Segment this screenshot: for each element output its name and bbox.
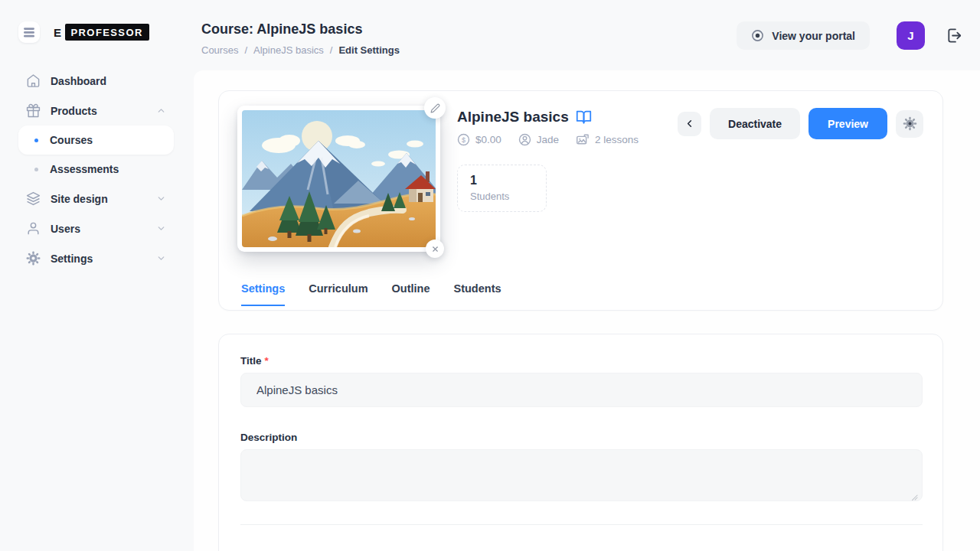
breadcrumb-separator: /: [330, 44, 333, 56]
logo-row: E PROFESSOR: [0, 0, 194, 43]
sidebar-item-products[interactable]: Products: [18, 96, 174, 126]
brand-logo: E PROFESSOR: [54, 24, 149, 41]
chevron-up-icon: [156, 106, 166, 116]
close-icon: [431, 245, 439, 253]
course-author-label: Jade: [537, 134, 559, 145]
back-button[interactable]: [678, 112, 701, 136]
sidebar-item-label: Settings: [51, 253, 93, 265]
sidebar-item-label: Assessments: [50, 163, 119, 175]
breadcrumb-course[interactable]: AlpineJS basics: [253, 44, 324, 56]
course-thumbnail: [237, 106, 440, 252]
course-settings-button[interactable]: [896, 110, 923, 138]
brand-prefix: E: [54, 26, 62, 39]
pencil-icon: [430, 103, 440, 113]
top-header: Course: AlpineJS basics Courses / Alpine…: [194, 0, 980, 70]
breadcrumb-separator: /: [244, 44, 247, 56]
course-price-label: $0.00: [475, 134, 501, 145]
sidebar-item-courses[interactable]: Courses: [18, 126, 174, 155]
gear-icon: [26, 251, 41, 266]
settings-form-card: Title * Description: [218, 334, 943, 551]
course-actions: Deactivate Preview: [678, 108, 923, 139]
course-lessons-label: 2 lessons: [595, 134, 639, 145]
sidebar-item-assessments[interactable]: Assessments: [18, 155, 174, 184]
tab-outline[interactable]: Outline: [392, 282, 430, 306]
chevron-left-icon: [684, 118, 695, 129]
sidebar-item-label: Products: [51, 105, 97, 117]
header-actions: View your portal J: [737, 21, 963, 50]
book-open-icon: [576, 109, 592, 126]
students-stat-box: 1 Students: [457, 165, 547, 212]
avatar[interactable]: J: [897, 21, 925, 50]
course-title: AlpineJS basics: [457, 109, 569, 126]
view-portal-button[interactable]: View your portal: [737, 21, 870, 50]
sidebar-item-label: Dashboard: [51, 75, 106, 87]
course-lessons: 2 lessons: [576, 133, 639, 146]
description-textarea-wrap: [240, 449, 923, 501]
students-count: 1: [470, 174, 534, 187]
remove-image-button[interactable]: [426, 240, 444, 258]
sidebar-item-settings[interactable]: Settings: [18, 243, 174, 273]
home-icon: [26, 73, 41, 88]
page-title: Course: AlpineJS basics: [201, 21, 400, 37]
eye-icon: [751, 29, 764, 42]
gear-button-icon: [903, 116, 917, 131]
tab-curriculum[interactable]: Curriculum: [309, 282, 368, 306]
brand-name: PROFESSOR: [65, 24, 149, 41]
edit-image-button[interactable]: [424, 97, 446, 119]
description-label-text: Description: [240, 432, 297, 443]
sidebar-item-users[interactable]: Users: [18, 214, 174, 243]
course-title-row: AlpineJS basics: [457, 109, 639, 126]
layers-icon: [26, 191, 41, 206]
sidebar-item-label: Users: [51, 223, 80, 235]
menu-stack-icon: [23, 27, 35, 38]
resize-grip[interactable]: [910, 489, 919, 497]
user-icon: [26, 221, 41, 236]
dot-icon: [34, 168, 38, 171]
sidebar: E PROFESSOR Dashboard Products Courses: [0, 0, 194, 551]
breadcrumb: Courses / AlpineJS basics / Edit Setting…: [201, 44, 400, 56]
logout-button[interactable]: [946, 27, 963, 44]
view-portal-label: View your portal: [772, 30, 855, 42]
sidebar-item-label: Site design: [51, 193, 108, 205]
course-author: Jade: [518, 133, 559, 146]
tab-students[interactable]: Students: [454, 282, 501, 306]
course-price: $ $0.00: [457, 133, 501, 146]
sidebar-item-site-design[interactable]: Site design: [18, 184, 174, 214]
title-label-text: Title: [240, 355, 262, 367]
breadcrumb-courses[interactable]: Courses: [201, 44, 238, 56]
main-content: AlpineJS basics $ $0.00: [194, 70, 980, 551]
header-titles: Course: AlpineJS basics Courses / Alpine…: [201, 21, 400, 56]
active-dot-icon: [34, 139, 38, 142]
lessons-board-icon: [576, 133, 590, 146]
sidebar-item-label: Courses: [50, 134, 93, 146]
students-caption: Students: [470, 191, 534, 202]
title-field-label: Title *: [240, 355, 923, 367]
tab-settings[interactable]: Settings: [241, 282, 285, 306]
required-marker: *: [265, 355, 269, 367]
user-circle-icon: [518, 133, 531, 146]
course-info: AlpineJS basics $ $0.00: [457, 106, 639, 252]
preview-button[interactable]: Preview: [808, 108, 887, 139]
sidebar-nav: Dashboard Products Courses Assessments: [0, 66, 194, 273]
title-input[interactable]: [240, 373, 923, 407]
chevron-down-icon: [156, 223, 166, 233]
description-field-label: Description: [240, 432, 923, 443]
course-card: AlpineJS basics $ $0.00: [218, 90, 943, 311]
dollar-circle-icon: $: [457, 133, 470, 146]
course-meta: $ $0.00 Jade: [457, 133, 639, 146]
description-textarea[interactable]: [240, 449, 923, 501]
chevron-down-icon: [156, 253, 166, 263]
course-tabs: Settings Curriculum Outline Students: [237, 282, 921, 306]
chevron-down-icon: [156, 194, 166, 204]
menu-stack-icon[interactable]: [18, 21, 40, 43]
sidebar-item-dashboard[interactable]: Dashboard: [18, 66, 174, 96]
course-thumbnail-image: [242, 110, 436, 247]
gift-icon: [26, 103, 41, 118]
deactivate-button[interactable]: Deactivate: [710, 108, 800, 139]
breadcrumb-current: Edit Settings: [338, 44, 399, 56]
course-thumbnail-frame: [237, 106, 440, 252]
form-divider: [240, 524, 923, 525]
svg-text:$: $: [462, 136, 466, 144]
logout-icon: [946, 27, 963, 44]
